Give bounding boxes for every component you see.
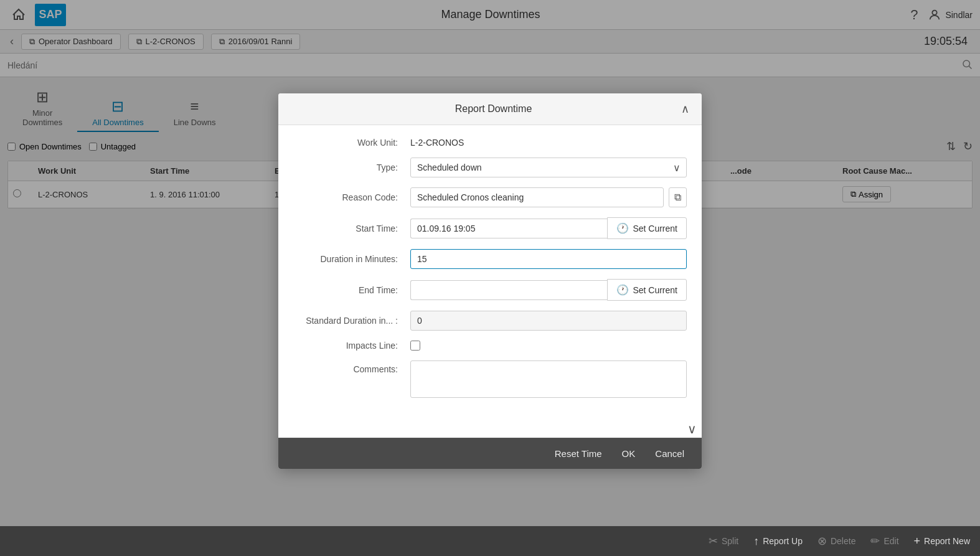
type-label: Type: bbox=[293, 163, 405, 172]
edit-icon: ✏ bbox=[870, 534, 880, 548]
report-up-label: Report Up bbox=[763, 536, 803, 546]
duration-label: Duration in Minutes: bbox=[293, 254, 405, 264]
start-time-label: Start Time: bbox=[293, 224, 405, 233]
bottom-toolbar: ✂ Split ↑ Report Up ⊗ Delete ✏ Edit + Re… bbox=[0, 526, 980, 556]
report-up-icon: ↑ bbox=[753, 535, 759, 548]
delete-label: Delete bbox=[831, 536, 855, 546]
start-time-input[interactable] bbox=[410, 219, 607, 238]
type-select[interactable]: Scheduled down Unscheduled down Minor do… bbox=[410, 158, 687, 177]
form-row-work-unit: Work Unit: L-2-CRONOS bbox=[293, 138, 687, 148]
report-new-button[interactable]: + Report New bbox=[914, 535, 970, 548]
reason-code-label: Reason Code: bbox=[293, 192, 405, 202]
end-time-input[interactable] bbox=[410, 280, 607, 300]
work-unit-label: Work Unit: bbox=[293, 138, 405, 148]
type-select-wrap: Scheduled down Unscheduled down Minor do… bbox=[410, 158, 687, 177]
dialog-scroll-up-icon[interactable]: ∧ bbox=[681, 102, 689, 116]
impacts-line-label: Impacts Line: bbox=[293, 341, 405, 351]
end-time-set-current-button[interactable]: 🕐 Set Current bbox=[607, 279, 687, 301]
dialog-body: Work Unit: L-2-CRONOS Type: Scheduled do… bbox=[278, 125, 702, 420]
impacts-line-checkbox[interactable] bbox=[410, 341, 420, 351]
standard-duration-value: 0 bbox=[410, 311, 687, 331]
end-time-label: End Time: bbox=[293, 285, 405, 295]
form-row-duration: Duration in Minutes: bbox=[293, 249, 687, 269]
form-row-type: Type: Scheduled down Unscheduled down Mi… bbox=[293, 158, 687, 177]
ok-button[interactable]: OK bbox=[617, 446, 641, 461]
report-new-label: Report New bbox=[924, 536, 970, 546]
comments-textarea[interactable] bbox=[410, 360, 687, 398]
reason-code-copy-button[interactable]: ⧉ bbox=[669, 187, 687, 207]
duration-input[interactable] bbox=[410, 249, 687, 269]
start-time-set-current-label: Set Current bbox=[633, 224, 677, 233]
delete-icon: ⊗ bbox=[817, 534, 827, 548]
reset-time-button[interactable]: Reset Time bbox=[550, 446, 607, 461]
report-new-icon: + bbox=[914, 535, 921, 548]
dialog-footer: Reset Time OK Cancel bbox=[278, 438, 702, 469]
form-row-end-time: End Time: 🕐 Set Current bbox=[293, 279, 687, 301]
work-unit-value: L-2-CRONOS bbox=[410, 138, 464, 148]
dialog-scroll-down-icon[interactable]: ∨ bbox=[687, 422, 697, 436]
form-row-start-time: Start Time: 🕐 Set Current bbox=[293, 217, 687, 239]
edit-label: Edit bbox=[883, 536, 898, 546]
form-row-impacts-line: Impacts Line: bbox=[293, 341, 687, 351]
end-time-clock-icon: 🕐 bbox=[616, 284, 629, 296]
standard-duration-label: Standard Duration in... : bbox=[293, 316, 405, 326]
start-time-input-wrap: 🕐 Set Current bbox=[410, 217, 687, 239]
report-up-button[interactable]: ↑ Report Up bbox=[753, 535, 803, 548]
dialog-header: Report Downtime ∧ bbox=[278, 93, 702, 125]
dialog-scroll-down-wrap: ∨ bbox=[278, 420, 702, 438]
end-time-set-current-label: Set Current bbox=[633, 285, 677, 295]
start-time-set-current-button[interactable]: 🕐 Set Current bbox=[607, 217, 687, 239]
form-row-standard-duration: Standard Duration in... : 0 bbox=[293, 311, 687, 331]
delete-button[interactable]: ⊗ Delete bbox=[817, 534, 855, 548]
report-downtime-dialog: Report Downtime ∧ Work Unit: L-2-CRONOS … bbox=[278, 93, 702, 469]
split-icon: ✂ bbox=[709, 534, 718, 548]
form-row-reason-code: Reason Code: ⧉ bbox=[293, 187, 687, 207]
comments-label: Comments: bbox=[293, 360, 405, 374]
split-label: Split bbox=[722, 536, 738, 546]
cancel-button[interactable]: Cancel bbox=[650, 446, 689, 461]
end-time-input-wrap: 🕐 Set Current bbox=[410, 279, 687, 301]
reason-code-input[interactable] bbox=[410, 187, 664, 207]
form-row-comments: Comments: bbox=[293, 360, 687, 398]
edit-button[interactable]: ✏ Edit bbox=[870, 534, 898, 548]
split-button[interactable]: ✂ Split bbox=[709, 534, 738, 548]
dialog-title: Report Downtime bbox=[306, 103, 681, 115]
start-time-clock-icon: 🕐 bbox=[616, 222, 629, 234]
